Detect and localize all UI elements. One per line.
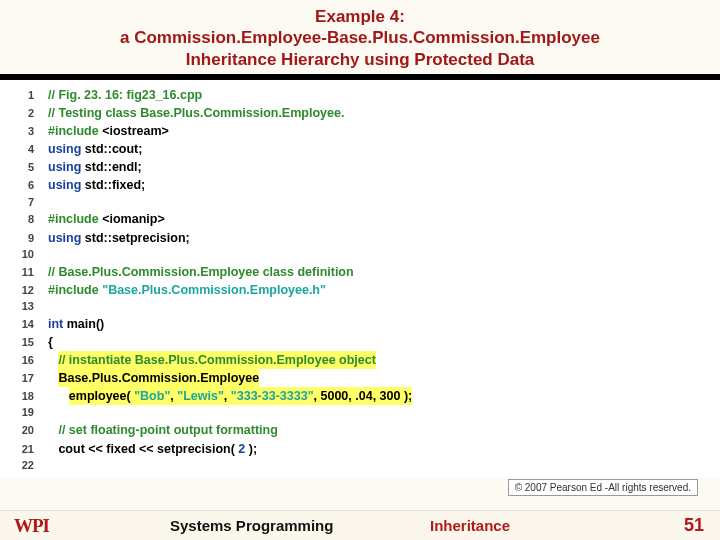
title-line-2: a Commission.Employee-Base.Plus.Commissi… [0,27,720,48]
line-number: 21 [10,442,48,458]
line-number: 20 [10,423,48,439]
code-text: int main() [48,315,104,333]
code-line: 10 [0,247,720,263]
line-number: 22 [10,458,48,474]
line-number: 12 [10,283,48,299]
code-line: 1// Fig. 23. 16: fig23_16.cpp [0,86,720,104]
line-number: 4 [10,142,48,158]
line-number: 13 [10,299,48,315]
line-number: 6 [10,178,48,194]
code-line: 16 // instantiate Base.Plus.Commission.E… [0,351,720,369]
code-line: 2// Testing class Base.Plus.Commission.E… [0,104,720,122]
line-number: 9 [10,231,48,247]
code-line: 14int main() [0,315,720,333]
code-text: cout << fixed << setprecision( 2 ); [48,440,257,458]
line-number: 17 [10,371,48,387]
line-number: 15 [10,335,48,351]
code-text: #include <iostream> [48,122,169,140]
code-line: 12#include "Base.Plus.Commission.Employe… [0,281,720,299]
code-line: 15{ [0,333,720,351]
code-text: using std::fixed; [48,176,145,194]
code-line: 18 employee( "Bob", "Lewis", "333-33-333… [0,387,720,405]
code-text: // Base.Plus.Commission.Employee class d… [48,263,354,281]
code-listing: 1// Fig. 23. 16: fig23_16.cpp2// Testing… [0,80,720,478]
line-number: 5 [10,160,48,176]
code-line: 8#include <iomanip> [0,210,720,228]
line-number: 14 [10,317,48,333]
code-line: 21 cout << fixed << setprecision( 2 ); [0,440,720,458]
code-line: 6using std::fixed; [0,176,720,194]
code-line: 11// Base.Plus.Commission.Employee class… [0,263,720,281]
code-text: // set floating-point output formatting [48,421,278,439]
code-text: using std::setprecision; [48,229,190,247]
code-text: Base.Plus.Commission.Employee [48,369,259,387]
code-text: #include <iomanip> [48,210,165,228]
line-number: 11 [10,265,48,281]
page-number: 51 [684,515,704,536]
line-number: 10 [10,247,48,263]
footer-topic: Inheritance [430,517,510,534]
line-number: 18 [10,389,48,405]
code-text: using std::endl; [48,158,142,176]
code-line: 9using std::setprecision; [0,229,720,247]
code-line: 20 // set floating-point output formatti… [0,421,720,439]
code-text: // Testing class Base.Plus.Commission.Em… [48,104,344,122]
code-text: // Fig. 23. 16: fig23_16.cpp [48,86,202,104]
code-text: // instantiate Base.Plus.Commission.Empl… [48,351,376,369]
code-line: 13 [0,299,720,315]
code-text: using std::cout; [48,140,142,158]
line-number: 2 [10,106,48,122]
code-line: 3#include <iostream> [0,122,720,140]
line-number: 7 [10,195,48,211]
line-number: 3 [10,124,48,140]
slide-footer: WPI Systems Programming Inheritance 51 [0,510,720,540]
footer-course: Systems Programming [170,517,333,534]
wpi-logo: WPI [14,515,49,537]
code-line: 19 [0,405,720,421]
slide-title: Example 4: a Commission.Employee-Base.Pl… [0,0,720,74]
code-text: employee( "Bob", "Lewis", "333-33-3333",… [48,387,412,405]
title-line-1: Example 4: [0,6,720,27]
line-number: 16 [10,353,48,369]
title-line-3: Inheritance Hierarchy using Protected Da… [0,49,720,70]
code-line: 5using std::endl; [0,158,720,176]
code-text: #include "Base.Plus.Commission.Employee.… [48,281,326,299]
code-line: 7 [0,195,720,211]
line-number: 1 [10,88,48,104]
code-line: 17 Base.Plus.Commission.Employee [0,369,720,387]
line-number: 8 [10,212,48,228]
line-number: 19 [10,405,48,421]
code-text: { [48,333,53,351]
code-line: 22 [0,458,720,474]
code-line: 4using std::cout; [0,140,720,158]
copyright-notice: © 2007 Pearson Ed -All rights reserved. [508,479,698,496]
